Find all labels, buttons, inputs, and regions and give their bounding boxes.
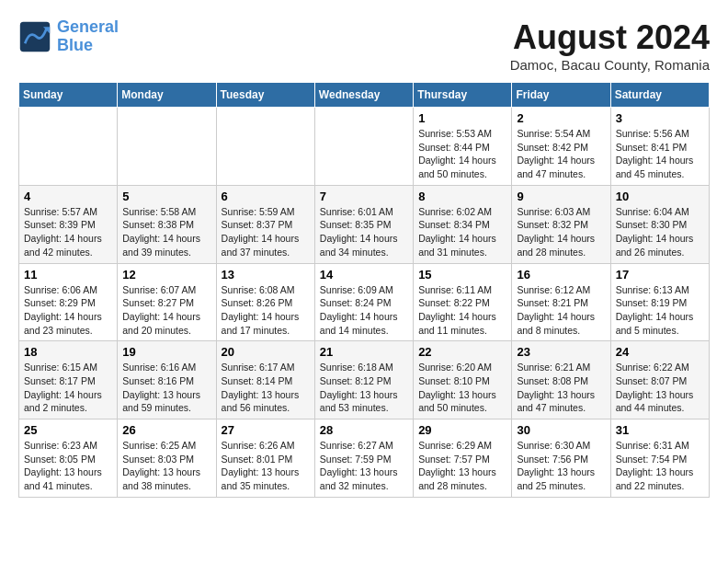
calendar-cell: 17Sunrise: 6:13 AM Sunset: 8:19 PM Dayli…	[610, 263, 709, 341]
weekday-header-friday: Friday	[512, 83, 610, 108]
day-info: Sunrise: 6:27 AM Sunset: 7:59 PM Dayligh…	[320, 439, 408, 493]
calendar-week-row: 18Sunrise: 6:15 AM Sunset: 8:17 PM Dayli…	[19, 341, 710, 419]
day-number: 4	[24, 190, 112, 203]
day-info: Sunrise: 5:57 AM Sunset: 8:39 PM Dayligh…	[24, 205, 112, 259]
page-header: General Blue August 2024 Damoc, Bacau Co…	[18, 18, 710, 73]
day-info: Sunrise: 5:56 AM Sunset: 8:41 PM Dayligh…	[616, 127, 704, 181]
day-number: 21	[320, 345, 408, 359]
day-number: 10	[616, 190, 704, 203]
day-number: 23	[517, 345, 605, 359]
day-info: Sunrise: 6:07 AM Sunset: 8:27 PM Dayligh…	[122, 283, 210, 338]
calendar-cell	[314, 108, 413, 186]
calendar-cell: 15Sunrise: 6:11 AM Sunset: 8:22 PM Dayli…	[414, 263, 512, 341]
calendar-cell: 6Sunrise: 5:59 AM Sunset: 8:37 PM Daylig…	[216, 185, 314, 263]
calendar-cell: 7Sunrise: 6:01 AM Sunset: 8:35 PM Daylig…	[314, 185, 413, 263]
calendar-week-row: 25Sunrise: 6:23 AM Sunset: 8:05 PM Dayli…	[19, 419, 710, 498]
day-info: Sunrise: 6:31 AM Sunset: 7:54 PM Dayligh…	[616, 439, 704, 493]
calendar-cell: 4Sunrise: 5:57 AM Sunset: 8:39 PM Daylig…	[19, 185, 118, 263]
weekday-header-sunday: Sunday	[19, 83, 118, 108]
calendar-cell: 5Sunrise: 5:58 AM Sunset: 8:38 PM Daylig…	[118, 185, 216, 263]
calendar-cell: 20Sunrise: 6:17 AM Sunset: 8:14 PM Dayli…	[216, 341, 314, 419]
day-info: Sunrise: 6:02 AM Sunset: 8:34 PM Dayligh…	[418, 205, 506, 259]
day-number: 28	[320, 423, 408, 437]
logo: General Blue	[18, 18, 119, 55]
day-number: 25	[24, 423, 112, 437]
day-info: Sunrise: 6:26 AM Sunset: 8:01 PM Dayligh…	[222, 439, 310, 493]
day-number: 7	[320, 190, 408, 203]
month-year: August 2024	[510, 18, 710, 57]
weekday-header-wednesday: Wednesday	[314, 83, 413, 108]
day-number: 8	[418, 190, 506, 203]
calendar-week-row: 1Sunrise: 5:53 AM Sunset: 8:44 PM Daylig…	[19, 108, 710, 186]
weekday-header-thursday: Thursday	[414, 83, 512, 108]
day-info: Sunrise: 6:30 AM Sunset: 7:56 PM Dayligh…	[517, 439, 605, 493]
day-number: 19	[122, 345, 210, 359]
day-info: Sunrise: 6:12 AM Sunset: 8:21 PM Dayligh…	[517, 283, 605, 338]
day-info: Sunrise: 6:11 AM Sunset: 8:22 PM Dayligh…	[418, 283, 506, 338]
calendar-cell: 14Sunrise: 6:09 AM Sunset: 8:24 PM Dayli…	[314, 263, 413, 341]
day-number: 11	[24, 268, 112, 282]
day-info: Sunrise: 6:04 AM Sunset: 8:30 PM Dayligh…	[616, 205, 704, 259]
logo-icon	[18, 20, 51, 53]
day-info: Sunrise: 6:03 AM Sunset: 8:32 PM Dayligh…	[517, 205, 605, 259]
day-number: 29	[418, 423, 506, 437]
day-info: Sunrise: 6:06 AM Sunset: 8:29 PM Dayligh…	[24, 283, 112, 338]
location: Damoc, Bacau County, Romania	[510, 57, 710, 73]
calendar-cell: 26Sunrise: 6:25 AM Sunset: 8:03 PM Dayli…	[118, 419, 216, 498]
calendar-cell: 19Sunrise: 6:16 AM Sunset: 8:16 PM Dayli…	[118, 341, 216, 419]
day-info: Sunrise: 6:09 AM Sunset: 8:24 PM Dayligh…	[320, 283, 408, 338]
calendar-cell: 11Sunrise: 6:06 AM Sunset: 8:29 PM Dayli…	[19, 263, 118, 341]
weekday-header-row: SundayMondayTuesdayWednesdayThursdayFrid…	[19, 83, 710, 108]
day-number: 9	[517, 190, 605, 203]
day-number: 6	[222, 190, 310, 203]
calendar-cell: 27Sunrise: 6:26 AM Sunset: 8:01 PM Dayli…	[216, 419, 314, 498]
day-info: Sunrise: 6:20 AM Sunset: 8:10 PM Dayligh…	[418, 361, 506, 415]
weekday-header-tuesday: Tuesday	[216, 83, 314, 108]
calendar-cell: 10Sunrise: 6:04 AM Sunset: 8:30 PM Dayli…	[610, 185, 709, 263]
calendar-cell: 8Sunrise: 6:02 AM Sunset: 8:34 PM Daylig…	[414, 185, 512, 263]
day-number: 22	[418, 345, 506, 359]
day-info: Sunrise: 6:15 AM Sunset: 8:17 PM Dayligh…	[24, 361, 112, 415]
day-info: Sunrise: 6:21 AM Sunset: 8:08 PM Dayligh…	[517, 361, 605, 415]
logo-text: General Blue	[57, 18, 119, 55]
calendar-cell: 23Sunrise: 6:21 AM Sunset: 8:08 PM Dayli…	[512, 341, 610, 419]
calendar-table: SundayMondayTuesdayWednesdayThursdayFrid…	[18, 82, 710, 498]
calendar-cell: 9Sunrise: 6:03 AM Sunset: 8:32 PM Daylig…	[512, 185, 610, 263]
day-info: Sunrise: 6:25 AM Sunset: 8:03 PM Dayligh…	[122, 439, 210, 493]
day-number: 3	[616, 111, 704, 125]
day-number: 20	[222, 345, 310, 359]
day-info: Sunrise: 6:18 AM Sunset: 8:12 PM Dayligh…	[320, 361, 408, 415]
calendar-cell	[118, 108, 216, 186]
calendar-cell: 1Sunrise: 5:53 AM Sunset: 8:44 PM Daylig…	[414, 108, 512, 186]
day-number: 2	[517, 111, 605, 125]
day-info: Sunrise: 6:13 AM Sunset: 8:19 PM Dayligh…	[616, 283, 704, 338]
day-info: Sunrise: 6:23 AM Sunset: 8:05 PM Dayligh…	[24, 439, 112, 493]
day-info: Sunrise: 6:17 AM Sunset: 8:14 PM Dayligh…	[222, 361, 310, 415]
day-number: 31	[616, 423, 704, 437]
day-number: 26	[122, 423, 210, 437]
day-info: Sunrise: 6:08 AM Sunset: 8:26 PM Dayligh…	[222, 283, 310, 338]
calendar-cell: 28Sunrise: 6:27 AM Sunset: 7:59 PM Dayli…	[314, 419, 413, 498]
day-number: 18	[24, 345, 112, 359]
calendar-cell: 30Sunrise: 6:30 AM Sunset: 7:56 PM Dayli…	[512, 419, 610, 498]
calendar-week-row: 4Sunrise: 5:57 AM Sunset: 8:39 PM Daylig…	[19, 185, 710, 263]
calendar-cell	[216, 108, 314, 186]
weekday-header-saturday: Saturday	[610, 83, 709, 108]
calendar-cell: 3Sunrise: 5:56 AM Sunset: 8:41 PM Daylig…	[610, 108, 709, 186]
calendar-cell: 31Sunrise: 6:31 AM Sunset: 7:54 PM Dayli…	[610, 419, 709, 498]
calendar-cell: 2Sunrise: 5:54 AM Sunset: 8:42 PM Daylig…	[512, 108, 610, 186]
calendar-week-row: 11Sunrise: 6:06 AM Sunset: 8:29 PM Dayli…	[19, 263, 710, 341]
day-number: 1	[418, 111, 506, 125]
title-block: August 2024 Damoc, Bacau County, Romania	[510, 18, 710, 73]
calendar-cell: 12Sunrise: 6:07 AM Sunset: 8:27 PM Dayli…	[118, 263, 216, 341]
calendar-cell: 24Sunrise: 6:22 AM Sunset: 8:07 PM Dayli…	[610, 341, 709, 419]
calendar-cell: 18Sunrise: 6:15 AM Sunset: 8:17 PM Dayli…	[19, 341, 118, 419]
calendar-cell: 21Sunrise: 6:18 AM Sunset: 8:12 PM Dayli…	[314, 341, 413, 419]
day-number: 24	[616, 345, 704, 359]
day-info: Sunrise: 5:54 AM Sunset: 8:42 PM Dayligh…	[517, 127, 605, 181]
calendar-cell: 22Sunrise: 6:20 AM Sunset: 8:10 PM Dayli…	[414, 341, 512, 419]
day-info: Sunrise: 6:29 AM Sunset: 7:57 PM Dayligh…	[418, 439, 506, 493]
day-number: 17	[616, 268, 704, 282]
day-number: 13	[222, 268, 310, 282]
calendar-cell: 13Sunrise: 6:08 AM Sunset: 8:26 PM Dayli…	[216, 263, 314, 341]
